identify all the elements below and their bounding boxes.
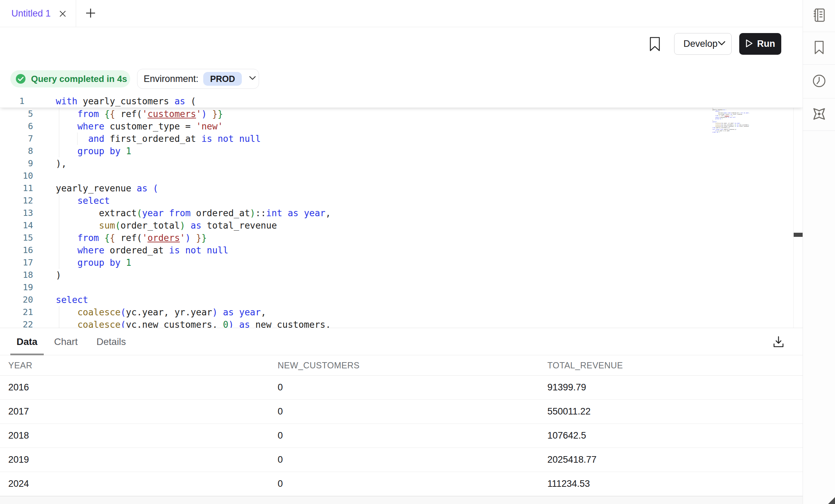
table-cell: 111234.53 (547, 479, 803, 489)
right-icon-rail (803, 0, 835, 504)
code-line[interactable]: 20select (0, 294, 706, 306)
table-row: 20240111234.53 (0, 472, 803, 496)
sticky-scroll-line[interactable]: 1 with yearly_customers as ( (0, 95, 803, 108)
code-line[interactable]: 11yearly_revenue as ( (0, 182, 706, 195)
table-row: 20170550011.22 (0, 400, 803, 424)
code-line[interactable]: 8 group by 1 (0, 145, 706, 157)
download-icon (772, 335, 785, 350)
code-lines[interactable]: 5 from {{ ref('customers') }}6 where cus… (0, 108, 706, 328)
code-line[interactable]: 7 and first_ordered_at is not null (0, 133, 706, 145)
column-header[interactable]: YEAR (8, 360, 278, 370)
notebook-panel-button[interactable] (803, 0, 835, 32)
code-line[interactable]: 14 sum(order_total) as total_revenue (0, 219, 706, 232)
develop-dropdown[interactable]: Develop (674, 33, 732, 55)
line-number: 22 (0, 318, 33, 328)
line-number: 14 (0, 219, 33, 232)
editor-scrollbar-thumb[interactable] (794, 233, 803, 237)
editor-scrollbar-track[interactable] (793, 95, 794, 328)
table-cell: 91399.79 (547, 382, 803, 393)
table-cell: 0 (278, 406, 547, 417)
table-cell: 2018 (8, 430, 278, 441)
line-number: 1 (19, 95, 24, 107)
line-number: 17 (0, 256, 33, 269)
line-number: 5 (0, 108, 33, 120)
code-line[interactable]: 6 where customer_type = 'new' (0, 120, 706, 133)
active-tab-indicator (10, 354, 44, 355)
code-line[interactable]: 16 where ordered_at is not null (0, 244, 706, 256)
table-row: 20180107642.5 (0, 424, 803, 448)
play-icon (745, 39, 753, 49)
bookmark-button[interactable] (649, 36, 661, 52)
tab-chart[interactable]: Chart (54, 328, 78, 355)
develop-label: Develop (683, 39, 718, 49)
line-number: 7 (0, 133, 33, 145)
app-window: Untitled 1 Develop Run Quer (0, 0, 835, 504)
tab-details[interactable]: Details (96, 328, 126, 355)
table-cell: 0 (278, 382, 547, 393)
table-body: 2016091399.7920170550011.2220180107642.5… (0, 376, 803, 496)
line-number: 6 (0, 120, 33, 133)
query-status-text: Query completed in 4s (31, 74, 127, 84)
history-panel-button[interactable] (803, 65, 835, 98)
environment-value: PROD (210, 74, 235, 84)
code-editor[interactable]: 5 from {{ ref('customers') }}6 where cus… (0, 95, 803, 328)
code-line[interactable]: 19 (0, 281, 706, 294)
code-line[interactable]: 22 coalesce(yc.new_customers, 0) as new_… (0, 318, 706, 328)
code-line[interactable]: 10 (0, 170, 706, 182)
history-icon (811, 73, 827, 90)
line-number: 10 (0, 170, 33, 182)
tab-data[interactable]: Data (17, 328, 38, 355)
table-cell: 0 (278, 454, 547, 465)
window-resize-grip[interactable] (828, 497, 835, 504)
tab-label: Untitled 1 (11, 8, 51, 19)
explore-panel-button[interactable] (803, 98, 835, 131)
table-header-row: YEARNEW_CUSTOMERSTOTAL_REVENUE (0, 356, 803, 376)
column-header[interactable]: TOTAL_REVENUE (547, 360, 803, 370)
line-number: 18 (0, 269, 33, 281)
code-line[interactable]: 17 group by 1 (0, 256, 706, 269)
table-cell: 2019 (8, 454, 278, 465)
table-cell: 2024 (8, 479, 278, 489)
close-icon[interactable] (59, 10, 67, 18)
environment-selector[interactable]: Environment: PROD (137, 69, 259, 89)
sticky-code-text: with yearly_customers as ( (56, 95, 196, 107)
chevron-down-icon (718, 41, 726, 48)
table-cell: 2017 (8, 406, 278, 417)
notebook-icon (811, 7, 827, 24)
table-row: 201902025418.77 (0, 448, 803, 472)
code-line[interactable]: 18) (0, 269, 706, 281)
plus-icon (85, 8, 96, 20)
bookmarks-panel-button[interactable] (803, 32, 835, 65)
table-cell: 550011.22 (547, 406, 803, 417)
environment-value-badge: PROD (203, 72, 242, 86)
tab-bar: Untitled 1 (0, 0, 803, 27)
new-tab-button[interactable] (80, 0, 101, 27)
column-header[interactable]: NEW_CUSTOMERS (278, 360, 547, 370)
code-line[interactable]: 15 from {{ ref('orders') }} (0, 232, 706, 244)
table-cell: 0 (278, 430, 547, 441)
code-line[interactable]: 5 from {{ ref('customers') }} (0, 108, 706, 120)
check-circle-icon (15, 73, 26, 84)
table-cell: 2025418.77 (547, 454, 803, 465)
bookmark-icon (811, 40, 827, 57)
line-number: 16 (0, 244, 33, 256)
code-line[interactable]: 12 select (0, 195, 706, 207)
run-label: Run (757, 39, 775, 49)
code-line[interactable]: 9), (0, 157, 706, 170)
table-cell: 107642.5 (547, 430, 803, 441)
code-line[interactable]: 21 coalesce(yc.year, yr.year) as year, (0, 306, 706, 318)
run-button[interactable]: Run (739, 33, 781, 55)
code-line[interactable]: 13 extract(year from ordered_at)::int as… (0, 207, 706, 219)
tab-untitled-1[interactable]: Untitled 1 (0, 0, 76, 27)
line-number: 12 (0, 195, 33, 207)
chevron-down-icon (249, 76, 256, 82)
environment-label: Environment: (144, 74, 198, 84)
line-number: 15 (0, 232, 33, 244)
line-number: 11 (0, 182, 33, 195)
results-panel: Data Chart Details YEARNEW_CUSTOMERSTOTA… (0, 328, 803, 504)
compass-icon (811, 106, 827, 124)
horizontal-scrollbar-track[interactable] (0, 496, 803, 504)
table-cell: 0 (278, 479, 547, 489)
line-number: 9 (0, 157, 33, 170)
download-button[interactable] (770, 334, 787, 351)
